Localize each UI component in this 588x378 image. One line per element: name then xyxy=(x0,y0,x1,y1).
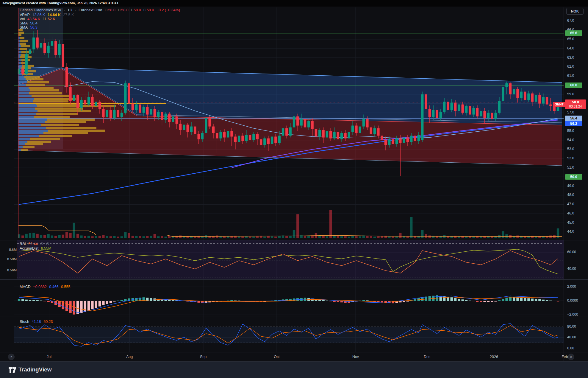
ma-label-56-4: 56.4 xyxy=(565,116,582,121)
level-label-65-6: 65.6 xyxy=(565,30,582,36)
tradingview-chart-window: savepiginvest created with TradingView.c… xyxy=(0,0,588,378)
indicator-tick: 2.000 xyxy=(567,284,585,289)
currency-toggle-button[interactable]: NOK xyxy=(566,8,584,15)
symbol-legend-row[interactable]: Gentian Diagnostics ASA · 1D · Euronext … xyxy=(20,8,182,12)
price-tick: 67.0 xyxy=(567,18,585,23)
interval-label[interactable]: 1D xyxy=(68,8,72,12)
stoch-k-value: 41.18 xyxy=(32,320,41,324)
indicator-tick: 40.00 xyxy=(567,335,585,339)
indicator-tick: 80.00 xyxy=(567,324,585,329)
accum-dist-legend-row[interactable]: Accum/Dist 8.55M xyxy=(20,246,53,251)
chart-canvas[interactable] xyxy=(0,0,588,378)
accum-left-tick: 8.58M xyxy=(1,257,17,261)
footer-bar: TradingView xyxy=(0,362,588,378)
macd-legend-row[interactable]: MACD −0.0882 0.466 0.555 xyxy=(20,285,72,289)
price-tick: 55.0 xyxy=(567,129,585,133)
time-tick: Nov xyxy=(352,355,359,359)
time-tick: Dec xyxy=(424,355,430,359)
level-label-50-0: 50.0 xyxy=(565,174,582,180)
low-value: 58.0 xyxy=(134,8,141,12)
price-tick: 48.0 xyxy=(567,193,585,197)
price-tick: 63.0 xyxy=(567,55,585,60)
time-tick: Oct xyxy=(274,355,279,359)
macd-hist-value: −0.0882 xyxy=(33,285,47,289)
sma1-legend-row[interactable]: SMA 56.4 xyxy=(20,21,39,25)
price-tick: 53.0 xyxy=(567,147,585,151)
macd-line-value: 0.466 xyxy=(49,285,58,289)
volume-legend-row[interactable]: Vol 43.54 K 11.62 K xyxy=(20,17,57,21)
indicator-tick: 40.00 xyxy=(567,267,585,271)
price-tick: 52.0 xyxy=(567,156,585,160)
high-value: 58.0 xyxy=(121,8,128,12)
indicator-tick: −2.000 xyxy=(567,312,585,317)
price-tick: 44.0 xyxy=(567,229,585,234)
rsi-value: 52.44 xyxy=(28,242,37,246)
price-tick: 65.0 xyxy=(567,37,585,41)
ma-label-56-2: 56.2 xyxy=(565,121,582,126)
price-tick: 61.0 xyxy=(567,74,585,78)
accum-dist-value: 8.55M xyxy=(41,246,51,251)
close-value: 58.0 xyxy=(147,8,154,12)
indicator-tick: 60.00 xyxy=(567,250,585,254)
snapshot-header-bar: savepiginvest created with TradingView.c… xyxy=(0,0,588,7)
accum-left-tick: 8.56M xyxy=(1,268,17,272)
macd-signal-value: 0.555 xyxy=(61,285,70,289)
symbol-price-tag: GENT xyxy=(553,102,565,107)
price-tick: 62.0 xyxy=(567,64,585,69)
stoch-d-value: 50.23 xyxy=(43,320,53,324)
stoch-legend-row[interactable]: Stoch 41.18 50.23 xyxy=(20,320,54,324)
indicator-tick: 0.0000 xyxy=(567,298,585,303)
price-tick: 47.0 xyxy=(567,202,585,206)
price-tick: 46.0 xyxy=(567,211,585,215)
timezone-button[interactable]: z xyxy=(8,354,15,360)
price-tick: 54.0 xyxy=(567,138,585,142)
symbol-name[interactable]: Gentian Diagnostics ASA xyxy=(20,8,61,12)
level-label-60-0: 60.0 xyxy=(565,83,582,88)
auto-scale-button[interactable]: A xyxy=(568,354,574,360)
price-tick: 51.0 xyxy=(567,165,585,169)
indicator-tick: 0.00 xyxy=(567,346,585,350)
change-value: −0.2 (−0.34%) xyxy=(157,8,180,12)
sma2-legend-row[interactable]: SMA 56.3 xyxy=(20,25,39,29)
price-tick: 57.0 xyxy=(567,110,585,114)
time-tick: Jul xyxy=(47,355,51,359)
open-value: 58.0 xyxy=(108,8,115,12)
price-tick: 49.0 xyxy=(567,184,585,188)
time-tick: Sep xyxy=(200,355,207,359)
vrvp-legend-row[interactable]: VRVP 12.86 K 14.64 K 27.5 K xyxy=(20,13,75,17)
price-tick: 64.0 xyxy=(567,46,585,50)
price-tick: 45.0 xyxy=(567,220,585,225)
exchange-label: Euronext Oslo xyxy=(79,8,102,12)
rsi-legend-row[interactable]: RSI 52.44 ∅ ∅ xyxy=(20,242,51,246)
time-tick: Feb xyxy=(562,355,568,359)
tradingview-logo-icon xyxy=(8,366,17,374)
bar-countdown: 03:31:24 xyxy=(565,104,586,108)
time-tick: Aug xyxy=(126,355,133,359)
price-tick: 59.0 xyxy=(567,92,585,96)
snapshot-credit-text: savepiginvest created with TradingView.c… xyxy=(2,1,118,5)
accum-left-tick: 8.6M xyxy=(1,248,17,251)
time-tick: 2026 xyxy=(490,355,498,359)
last-price-label: 58.0 03:31:24 xyxy=(565,99,586,109)
tradingview-wordmark: TradingView xyxy=(18,366,52,373)
